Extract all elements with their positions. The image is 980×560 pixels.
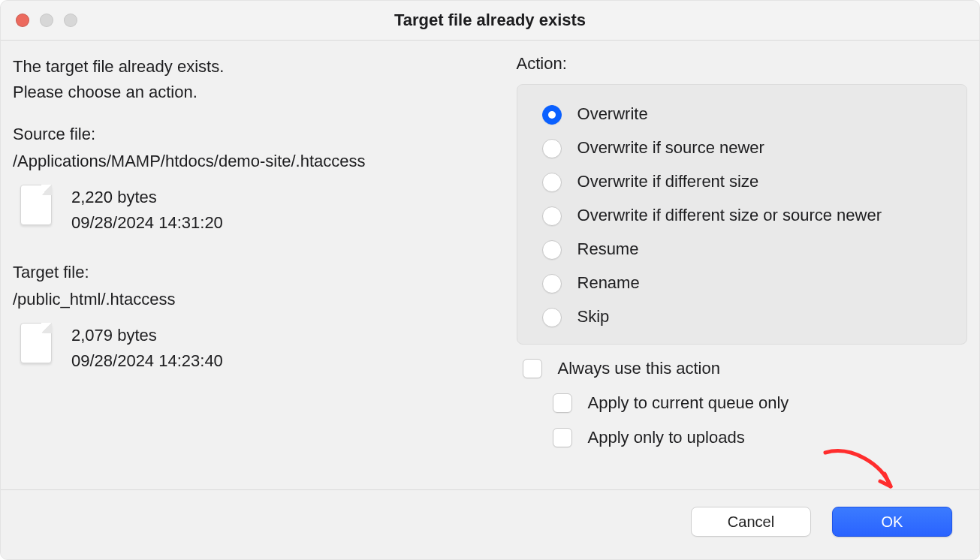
radio-overwrite-size[interactable]: Overwrite if different size — [538, 170, 945, 192]
check-queue-only[interactable]: Apply to current queue only — [550, 391, 967, 415]
action-panel: Overwrite Overwrite if source newer Over… — [517, 84, 967, 345]
cancel-button-label: Cancel — [728, 513, 774, 531]
source-file-meta: 2,220 bytes 09/28/2024 14:31:20 — [71, 185, 223, 236]
source-size: 2,220 bytes — [71, 185, 223, 210]
target-label: Target file: — [13, 263, 487, 282]
file-icon — [20, 185, 52, 225]
dialog-window: Target file already exists The target fi… — [0, 0, 980, 560]
right-column: Action: Overwrite Overwrite if source ne… — [517, 54, 967, 482]
check-uploads-only-label: Apply only to uploads — [588, 427, 745, 448]
target-path: /public_html/.htaccess — [13, 290, 487, 309]
target-mtime: 09/28/2024 14:23:40 — [71, 348, 223, 374]
radio-overwrite-input[interactable] — [542, 105, 562, 125]
target-file-meta: 2,079 bytes 09/28/2024 14:23:40 — [71, 323, 223, 374]
window-title: Target file already exists — [1, 11, 979, 30]
radio-resume-input[interactable] — [542, 240, 562, 260]
source-path: /Applications/MAMP/htdocs/demo-site/.hta… — [13, 152, 487, 171]
radio-skip[interactable]: Skip — [538, 306, 945, 327]
radio-resume[interactable]: Resume — [538, 238, 945, 260]
radio-overwrite-size-input[interactable] — [542, 173, 562, 192]
message-line-2: Please choose an action. — [13, 80, 487, 105]
check-uploads-only-input[interactable] — [553, 428, 572, 447]
radio-overwrite-size-or-newer[interactable]: Overwrite if different size or source ne… — [538, 204, 945, 226]
radio-rename[interactable]: Rename — [538, 272, 945, 294]
check-always[interactable]: Always use this action — [520, 357, 967, 381]
titlebar: Target file already exists — [1, 1, 979, 41]
radio-skip-input[interactable] — [542, 308, 562, 327]
source-file-row: 2,220 bytes 09/28/2024 14:31:20 — [13, 185, 487, 236]
ok-button-label: OK — [882, 513, 903, 531]
dialog-content: The target file already exists. Please c… — [1, 41, 979, 489]
message-text: The target file already exists. Please c… — [13, 54, 487, 105]
target-size: 2,079 bytes — [71, 323, 223, 348]
check-always-label: Always use this action — [558, 358, 720, 379]
source-mtime: 09/28/2024 14:31:20 — [71, 210, 223, 236]
action-label: Action: — [517, 54, 967, 74]
radio-overwrite[interactable]: Overwrite — [538, 103, 945, 125]
radio-rename-label: Rename — [577, 272, 640, 294]
check-always-input[interactable] — [523, 359, 542, 378]
check-queue-only-input[interactable] — [553, 393, 572, 413]
ok-button[interactable]: OK — [832, 507, 952, 537]
dialog-footer: Cancel OK — [1, 489, 979, 559]
message-line-1: The target file already exists. — [13, 54, 487, 80]
radio-skip-label: Skip — [577, 306, 610, 327]
radio-overwrite-newer-input[interactable] — [542, 139, 562, 158]
cancel-button[interactable]: Cancel — [691, 507, 811, 537]
left-column: The target file already exists. Please c… — [13, 54, 487, 482]
radio-overwrite-newer-label: Overwrite if source newer — [577, 137, 764, 158]
source-label: Source file: — [13, 125, 487, 144]
radio-rename-input[interactable] — [542, 274, 562, 294]
radio-overwrite-size-or-newer-label: Overwrite if different size or source ne… — [577, 205, 882, 226]
radio-overwrite-size-label: Overwrite if different size — [577, 171, 759, 192]
radio-overwrite-size-or-newer-input[interactable] — [542, 206, 562, 226]
radio-overwrite-newer[interactable]: Overwrite if source newer — [538, 137, 945, 158]
checks-group: Always use this action Apply to current … — [517, 357, 967, 450]
check-uploads-only[interactable]: Apply only to uploads — [550, 426, 967, 450]
target-file-row: 2,079 bytes 09/28/2024 14:23:40 — [13, 323, 487, 374]
check-queue-only-label: Apply to current queue only — [588, 393, 789, 414]
radio-resume-label: Resume — [577, 239, 639, 260]
file-icon — [20, 323, 52, 363]
radio-overwrite-label: Overwrite — [577, 104, 648, 125]
